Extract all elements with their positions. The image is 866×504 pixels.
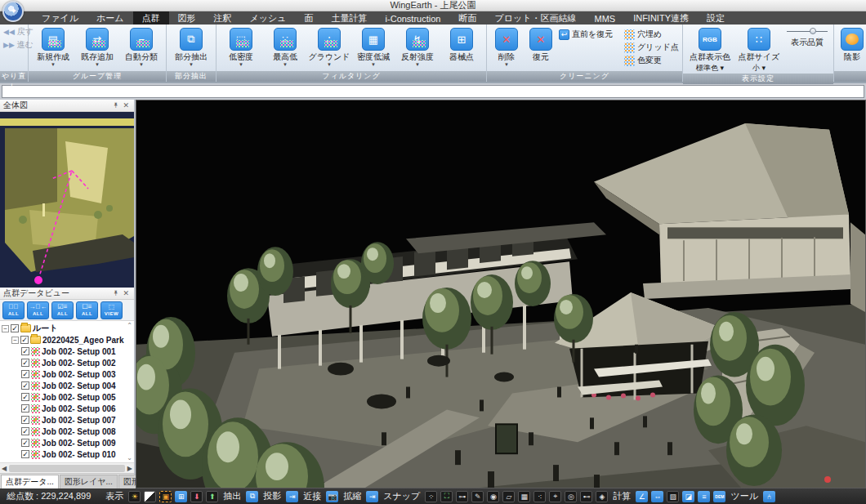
tab-shapes[interactable]: 図形 <box>169 11 205 25</box>
tab-home[interactable]: ホーム <box>87 11 133 25</box>
tab-mesh[interactable]: メッシュ <box>241 11 296 25</box>
scroll-left-icon[interactable]: ◀ <box>2 465 7 472</box>
auto-classify-button[interactable]: ⌐ 自動分類▼ <box>120 26 163 67</box>
snap-mid-icon[interactable]: ⊷ <box>580 491 592 502</box>
pin-icon[interactable]: 🖈 <box>110 289 121 297</box>
tree-item-row[interactable]: ✓Job 002- Setup 001 <box>2 346 134 357</box>
camera-icon[interactable]: 📷 <box>326 491 338 502</box>
tree-item-row[interactable]: ✓Job 002- Setup 006 <box>2 403 134 414</box>
pin-icon[interactable]: 🖈 <box>110 101 121 109</box>
checkbox[interactable]: ✓ <box>21 347 29 355</box>
command-input-bar[interactable] <box>2 85 864 98</box>
sun-display-icon[interactable]: ☀ <box>128 491 141 502</box>
scroll-thumb[interactable] <box>9 465 125 472</box>
ground-button[interactable]: ∴ グラウンド▼ <box>308 26 350 67</box>
export-all-button[interactable]: ⬈⃞ALL <box>2 301 25 319</box>
tree-group-row[interactable]: − ✓ 20220425_Ageo Park <box>2 334 134 346</box>
area-calc-icon[interactable]: ▨ <box>667 491 679 502</box>
slope-display-icon[interactable]: ◪ <box>144 491 156 502</box>
tree-item-row[interactable]: ✓Job 002- Setup 009 <box>2 437 134 448</box>
checkbox[interactable]: ✓ <box>21 404 29 413</box>
expander-icon[interactable]: − <box>2 325 9 332</box>
point-size-button[interactable]: ∷ 点群サイズ 小 ▾ <box>735 26 783 74</box>
tab-earthwork[interactable]: 土量計算 <box>323 11 377 25</box>
display-quality-slider[interactable]: 表示品質 <box>784 26 830 48</box>
reflect-intensity-button[interactable]: ↯ 反射強度▼ <box>396 26 439 67</box>
tree-item-row[interactable]: ✓Job 002- Setup 005 <box>2 391 134 403</box>
tab-mms[interactable]: MMS <box>585 11 624 25</box>
snap-cloud-icon[interactable]: ⁖ <box>533 491 546 502</box>
add-existing-button[interactable]: ⇄ 既存追加▼ <box>76 26 118 67</box>
scroll-right-icon[interactable]: ▶ <box>127 465 132 472</box>
shading-button[interactable]: 陰影 <box>837 26 866 63</box>
tab-iconstruction[interactable]: i-Construction <box>377 11 450 25</box>
checkbox[interactable]: ✓ <box>21 416 29 424</box>
pointcloud-color-button[interactable]: RGB 点群表示色 標準色 ▾ <box>686 26 734 74</box>
close-icon[interactable]: ✕ <box>121 289 131 297</box>
slope-calc-icon[interactable]: ◪ <box>682 491 694 502</box>
tab-annotation[interactable]: 注釈 <box>205 11 241 25</box>
checkbox[interactable]: ✓ <box>21 450 29 458</box>
tab-section[interactable]: 断面 <box>449 11 485 25</box>
checkbox[interactable]: ✓ <box>21 370 29 378</box>
tree-item-row[interactable]: ✓Job 002- Setup 003 <box>2 368 134 380</box>
checkbox[interactable]: ✓ <box>21 393 29 401</box>
delete-button[interactable]: ✕ 削除▼ <box>490 26 523 67</box>
grid-points-button[interactable]: グリッド点 <box>624 42 679 53</box>
tab-shape-layers[interactable]: 図形レイヤ... <box>60 475 118 488</box>
checkbox[interactable]: ✓ <box>21 381 29 390</box>
tool-icon[interactable]: ⑃ <box>763 491 775 502</box>
scale-icon[interactable]: ⇥ <box>366 491 378 502</box>
tab-settings[interactable]: 設定 <box>698 11 734 25</box>
fill-holes-button[interactable]: 穴埋め <box>624 29 679 40</box>
tab-pointcloud-data[interactable]: 点群データ... <box>1 475 59 488</box>
snap-free-icon[interactable]: ⛶ <box>440 491 453 502</box>
tree-item-row[interactable]: ✓Job 002- Setup 008 <box>2 426 134 437</box>
tree-item-row[interactable]: ✓Job 002- Setup 004 <box>2 380 134 391</box>
dem-icon[interactable]: DEM <box>713 491 725 502</box>
extract-icon[interactable]: ⧉ <box>246 491 258 502</box>
pointcloud-viewport[interactable] <box>136 100 866 488</box>
snap-face-icon[interactable]: ▱ <box>502 491 515 502</box>
instrument-point-button[interactable]: ⊞ 器械点 <box>440 26 483 63</box>
check-all-button[interactable]: ☑≡ALL <box>51 301 74 319</box>
tree-horizontal-scrollbar[interactable]: ◀ ▶ <box>0 462 134 473</box>
tab-surface[interactable]: 面 <box>296 11 323 25</box>
projection-icon[interactable]: ⇥ <box>286 491 298 502</box>
low-density-button[interactable]: ⬚ 低密度▼ <box>220 26 262 67</box>
raise-points-icon[interactable]: ⬆ <box>206 491 218 502</box>
snap-all-icon[interactable]: ⁘ <box>425 491 437 502</box>
level-calc-icon[interactable]: ≡ <box>698 491 710 502</box>
density-reduce-button[interactable]: ▦ 密度低減▼ <box>352 26 395 67</box>
checkbox[interactable]: ✓ <box>21 439 29 447</box>
close-icon[interactable]: ✕ <box>121 101 131 109</box>
new-group-button[interactable]: ▤ 新規作成▼ <box>32 26 74 67</box>
tree-item-row[interactable]: ✓Job 002- Setup 007 <box>2 414 134 426</box>
app-logo-icon[interactable] <box>2 1 24 22</box>
snap-line-icon[interactable]: ✎ <box>471 491 484 502</box>
tab-infinity[interactable]: INFINITY連携 <box>624 11 698 25</box>
snap-circle-icon[interactable]: ◎ <box>565 491 577 502</box>
snap-center-icon[interactable]: ◉ <box>487 491 499 502</box>
snap-endpoint-icon[interactable]: ⊶ <box>456 491 468 502</box>
checkbox[interactable]: ✓ <box>11 324 19 332</box>
checkbox[interactable]: ✓ <box>21 359 29 367</box>
overview-map[interactable] <box>0 112 134 288</box>
snap-grid-icon[interactable]: ▦ <box>518 491 530 502</box>
collapse-all-button[interactable]: →⃞←ALL <box>27 301 49 319</box>
checkbox[interactable]: ✓ <box>20 336 29 344</box>
clip-box-icon[interactable]: ▣ <box>159 491 172 502</box>
restore-last-button[interactable]: ↩ 直前を復元 <box>559 29 623 40</box>
angle-calc-icon[interactable]: ∠ <box>636 491 648 502</box>
view-fit-button[interactable]: ⬚VIEW <box>100 301 123 319</box>
checkbox[interactable]: ✓ <box>21 427 29 435</box>
tree-item-row[interactable]: ✓Job 002- Setup 010 <box>2 448 134 460</box>
snap-vertex-icon[interactable]: ◈ <box>596 491 608 502</box>
tab-pointcloud[interactable]: 点群 <box>133 11 169 25</box>
tree-root-row[interactable]: − ✓ ルート <box>2 323 134 334</box>
tab-plot[interactable]: プロット・区画結線 <box>485 11 585 25</box>
tree-vertical-scrollbar[interactable]: ⌃⌄ <box>125 321 134 462</box>
partial-extract-button[interactable]: ⧉ 部分抽出▼ <box>170 26 212 67</box>
tree-item-row[interactable]: ✓Job 002- Setup 002 <box>2 357 134 368</box>
uncheck-all-button[interactable]: ☐≡ALL <box>76 301 98 319</box>
